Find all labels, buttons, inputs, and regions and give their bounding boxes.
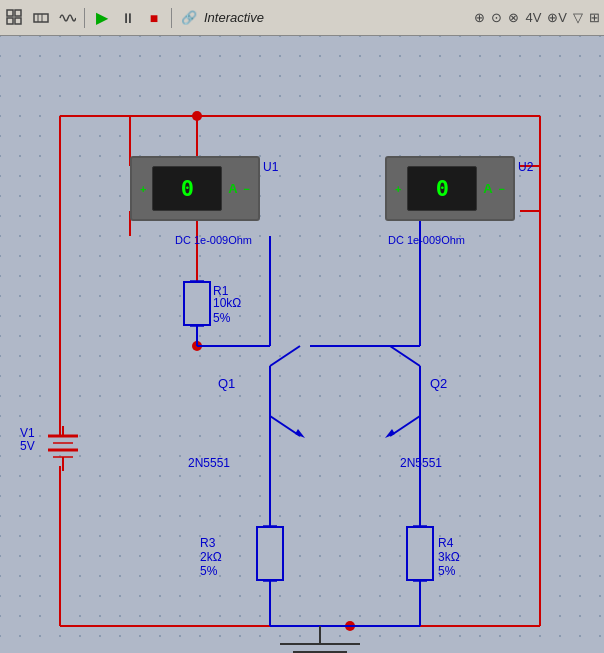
battery-v1 — [38, 426, 88, 485]
separator-1 — [84, 8, 85, 28]
r4-tolerance: 5% — [438, 564, 455, 578]
r1-value: 10kΩ — [213, 296, 241, 310]
q2-model: 2N5551 — [400, 456, 442, 470]
u1-label: U1 — [263, 160, 278, 174]
v1-value: 5V — [20, 439, 35, 453]
svg-rect-0 — [7, 10, 13, 16]
r4-value: 3kΩ — [438, 550, 460, 564]
component-icon[interactable] — [30, 7, 52, 29]
wave-icon[interactable] — [56, 7, 78, 29]
r3-label: R3 — [200, 536, 215, 550]
u2-terminal-a: A — [483, 181, 492, 196]
svg-rect-4 — [34, 14, 48, 22]
right-icon-7[interactable]: ⊞ — [589, 10, 600, 25]
v1-label: V1 — [20, 426, 35, 440]
u2-dc-label: DC 1e-009Ohm — [388, 234, 465, 246]
u1-minus: − — [244, 183, 250, 195]
stop-button[interactable]: ■ — [143, 7, 165, 29]
right-icon-3[interactable]: ⊗ — [508, 10, 519, 25]
right-icon-2[interactable]: ⊙ — [491, 10, 502, 25]
svg-rect-3 — [15, 18, 21, 24]
u2-label: U2 — [518, 160, 533, 174]
mode-label: Interactive — [204, 10, 264, 25]
r4-label: R4 — [438, 536, 453, 550]
r3-tolerance: 5% — [200, 564, 217, 578]
u1-dc-label: DC 1e-009Ohm — [175, 234, 252, 246]
schematic-canvas[interactable]: + 0 A − + 0 A − U1 U2 DC 1e-009Ohm DC 1e… — [0, 36, 604, 653]
r3-value: 2kΩ — [200, 550, 222, 564]
u1-display: 0 — [152, 166, 222, 211]
u2-minus: − — [499, 183, 505, 195]
u2-plus: + — [395, 183, 401, 195]
svg-line-38 — [270, 346, 300, 366]
svg-marker-44 — [385, 429, 395, 438]
u2-display: 0 — [407, 166, 477, 211]
svg-marker-40 — [295, 429, 305, 438]
right-icon-4[interactable]: 4V — [525, 10, 541, 25]
u1-plus: + — [140, 183, 146, 195]
right-icon-6[interactable]: ▽ — [573, 10, 583, 25]
u1-terminal-a: A — [228, 181, 237, 196]
q1-model: 2N5551 — [188, 456, 230, 470]
svg-line-42 — [390, 346, 420, 366]
voltmeter-u2: + 0 A − — [385, 156, 515, 221]
grid-icon[interactable] — [4, 7, 26, 29]
voltmeter-u1: + 0 A − — [130, 156, 260, 221]
right-icon-5[interactable]: ⊕V — [547, 10, 567, 25]
right-icon-1[interactable]: ⊕ — [474, 10, 485, 25]
pause-button[interactable]: ⏸ — [117, 7, 139, 29]
wire-layer — [0, 36, 604, 653]
r3-body — [256, 526, 284, 581]
separator-2 — [171, 8, 172, 28]
r1-tolerance: 5% — [213, 311, 230, 325]
svg-line-43 — [390, 416, 420, 436]
r1-body — [183, 281, 211, 326]
q2-label: Q2 — [430, 376, 447, 391]
toolbar: ▶ ⏸ ■ 🔗 Interactive ⊕ ⊙ ⊗ 4V ⊕V ▽ ⊞ — [0, 0, 604, 36]
svg-rect-2 — [7, 18, 13, 24]
svg-line-39 — [270, 416, 300, 436]
q1-label: Q1 — [218, 376, 235, 391]
toolbar-right: ⊕ ⊙ ⊗ 4V ⊕V ▽ ⊞ — [474, 10, 600, 25]
pin-icon[interactable]: 🔗 — [178, 7, 200, 29]
svg-rect-1 — [15, 10, 21, 16]
r4-body — [406, 526, 434, 581]
play-button[interactable]: ▶ — [91, 7, 113, 29]
